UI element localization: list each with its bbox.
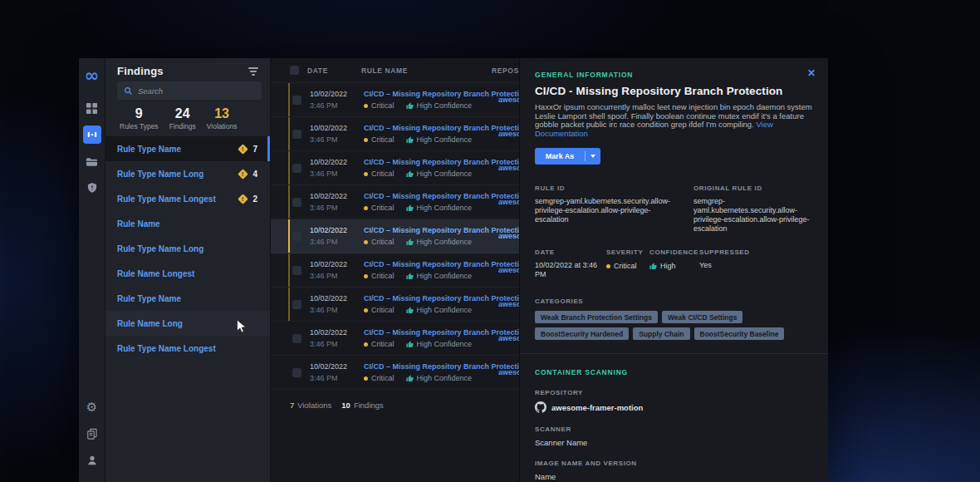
repository-link[interactable]: awesome-framer-motion bbox=[498, 130, 519, 138]
repository-value[interactable]: awesome-framer-motion bbox=[551, 403, 643, 412]
row-checkbox[interactable] bbox=[292, 266, 301, 275]
category-chip[interactable]: Weak Branch Protection Settings bbox=[535, 311, 658, 323]
detail-panel: ✕ GENERAL INFORMATION CI/CD - Missing Re… bbox=[519, 58, 828, 482]
rule-name-link[interactable]: CI/CD – Missing Repository Branch Protec… bbox=[364, 90, 494, 99]
rule-type-item[interactable]: Rule Type Name bbox=[105, 286, 270, 311]
stat: 13 Violations bbox=[207, 106, 238, 133]
row-checkbox[interactable] bbox=[292, 96, 301, 105]
findings-stats: 9 Rules Types 24 Findings 13 Violations bbox=[105, 106, 270, 133]
repository-link[interactable]: awesome-framer-motion bbox=[498, 368, 519, 376]
finding-title: CI/CD - Missing Repository Branch Protec… bbox=[535, 85, 813, 97]
rule-type-item[interactable]: Rule Name Long bbox=[105, 311, 270, 336]
table-row[interactable]: 10/02/2022 3:46 PM CI/CD – Missing Repos… bbox=[271, 83, 519, 117]
row-checkbox[interactable] bbox=[292, 198, 301, 207]
close-icon[interactable]: ✕ bbox=[807, 67, 816, 79]
account-user-icon[interactable] bbox=[83, 451, 101, 470]
severity-dot-icon bbox=[364, 172, 368, 176]
rule-type-item[interactable]: Rule Type Name Long bbox=[105, 236, 270, 261]
security-shield-icon[interactable] bbox=[83, 179, 101, 197]
violation-count: 7 bbox=[252, 145, 257, 154]
rule-name-link[interactable]: CI/CD – Missing Repository Branch Protec… bbox=[364, 328, 494, 337]
rule-type-item[interactable]: Rule Type Name Longest bbox=[105, 336, 270, 361]
chevron-down-icon[interactable] bbox=[586, 155, 600, 158]
severity-value: Critical bbox=[614, 262, 637, 270]
row-time: 3:46 PM bbox=[310, 101, 357, 111]
rule-name-link[interactable]: CI/CD – Missing Repository Branch Protec… bbox=[364, 192, 494, 201]
suppressed-value: Yes bbox=[699, 261, 813, 270]
mark-as-button[interactable]: Mark As bbox=[535, 148, 600, 165]
row-checkbox[interactable] bbox=[292, 232, 301, 241]
row-severity: Critical bbox=[371, 101, 394, 110]
confidence-value: High bbox=[660, 262, 676, 270]
rule-type-item[interactable]: Rule Type Name ! 7 bbox=[105, 136, 270, 161]
rule-name-link[interactable]: CI/CD – Missing Repository Branch Protec… bbox=[364, 158, 494, 167]
category-chip[interactable]: Supply Chain bbox=[633, 327, 689, 340]
table-row[interactable]: 10/02/2022 3:46 PM CI/CD – Missing Repos… bbox=[271, 151, 519, 185]
rule-type-label: Rule Type Name Long bbox=[117, 244, 203, 253]
rule-name-link[interactable]: CI/CD – Missing Repository Branch Protec… bbox=[364, 294, 494, 303]
repository-link[interactable]: awesome-framer-motion bbox=[498, 232, 519, 240]
row-checkbox[interactable] bbox=[292, 368, 301, 377]
infinity-logo: ∞ bbox=[85, 68, 100, 83]
date-value: 10/02/2022 at 3:46 PM bbox=[535, 261, 606, 279]
category-chip[interactable]: BoostSecurity Hardened bbox=[535, 327, 629, 340]
row-checkbox[interactable] bbox=[292, 300, 301, 309]
filter-icon[interactable] bbox=[247, 66, 260, 77]
rule-name-link[interactable]: CI/CD – Missing Repository Branch Protec… bbox=[364, 260, 494, 269]
row-checkbox[interactable] bbox=[292, 130, 301, 139]
repository-link[interactable]: awesome-framer-motion bbox=[498, 198, 519, 206]
rule-type-item[interactable]: Rule Name bbox=[105, 211, 270, 236]
confidence-thumb-icon bbox=[406, 375, 414, 382]
documentation-icon[interactable] bbox=[83, 425, 101, 443]
table-row[interactable]: 10/02/2022 3:46 PM CI/CD – Missing Repos… bbox=[271, 185, 519, 219]
rule-name-link[interactable]: CI/CD – Missing Repository Branch Protec… bbox=[364, 124, 494, 133]
settings-gear-icon[interactable]: ⚙ bbox=[83, 398, 101, 416]
row-time: 3:46 PM bbox=[310, 306, 357, 315]
violation-strip bbox=[288, 185, 290, 219]
row-time: 3:46 PM bbox=[310, 238, 357, 247]
row-time: 3:46 PM bbox=[310, 340, 357, 349]
table-row[interactable]: 10/02/2022 3:46 PM CI/CD – Missing Repos… bbox=[271, 253, 519, 288]
violation-strip bbox=[288, 151, 290, 184]
row-time: 3:46 PM bbox=[310, 374, 357, 383]
findings-icon[interactable] bbox=[83, 125, 101, 144]
rule-type-item[interactable]: Rule Name Longest bbox=[105, 261, 270, 286]
violation-badge: ! 4 bbox=[239, 170, 257, 179]
row-date: 10/02/2022 bbox=[310, 260, 357, 269]
repositories-icon[interactable] bbox=[83, 152, 101, 170]
rule-type-label: Rule Type Name bbox=[117, 145, 181, 154]
table-row[interactable]: 10/02/2022 3:46 PM CI/CD – Missing Repos… bbox=[271, 356, 519, 390]
repository-link[interactable]: awesome-framer-motion bbox=[498, 164, 519, 172]
violation-strip bbox=[288, 117, 290, 150]
table-row[interactable]: 10/02/2022 3:46 PM CI/CD – Missing Repos… bbox=[271, 117, 519, 151]
row-date: 10/02/2022 bbox=[310, 192, 357, 201]
severity-dot-icon bbox=[364, 376, 368, 381]
search-input[interactable]: Search bbox=[117, 81, 262, 100]
app-window: ∞ ⚙ Findings Search bbox=[79, 58, 828, 482]
select-all-checkbox[interactable] bbox=[290, 66, 299, 75]
rule-name-link[interactable]: CI/CD – Missing Repository Branch Protec… bbox=[364, 226, 494, 235]
row-date: 10/02/2022 bbox=[310, 226, 357, 235]
table-body: 10/02/2022 3:46 PM CI/CD – Missing Repos… bbox=[271, 83, 519, 390]
repository-link[interactable]: awesome-framer-motion bbox=[498, 96, 519, 104]
dashboard-icon[interactable] bbox=[83, 99, 101, 117]
category-chip[interactable]: BoostSecurity Baseline bbox=[694, 327, 785, 340]
row-checkbox[interactable] bbox=[292, 164, 301, 173]
categories-label: CATEGORIES bbox=[535, 298, 813, 305]
image-name-value: Name bbox=[535, 472, 813, 481]
table-row[interactable]: 10/02/2022 3:46 PM CI/CD – Missing Repos… bbox=[271, 219, 519, 253]
repository-link[interactable]: awesome-framer-motion bbox=[498, 266, 519, 274]
repository-link[interactable]: awesome-framer-motion bbox=[498, 300, 519, 308]
rule-type-item[interactable]: Rule Type Name Longest ! 2 bbox=[105, 186, 270, 211]
table-row[interactable]: 10/02/2022 3:46 PM CI/CD – Missing Repos… bbox=[271, 288, 519, 322]
repository-link[interactable]: awesome-framer-motion bbox=[498, 334, 519, 342]
rule-type-item[interactable]: Rule Type Name Long ! 4 bbox=[105, 161, 270, 186]
category-chip[interactable]: Weak CI/CD Settings bbox=[662, 311, 742, 323]
row-confidence: High Confidence bbox=[417, 170, 473, 178]
table-row[interactable]: 10/02/2022 3:46 PM CI/CD – Missing Repos… bbox=[271, 322, 519, 356]
rule-name-link[interactable]: CI/CD – Missing Repository Branch Protec… bbox=[364, 362, 494, 371]
table-header: DATE RULE NAME REPOSITORY bbox=[271, 58, 519, 83]
warning-diamond-icon: ! bbox=[238, 144, 249, 155]
severity-label: SEVERITY bbox=[606, 248, 649, 256]
row-checkbox[interactable] bbox=[292, 334, 301, 343]
